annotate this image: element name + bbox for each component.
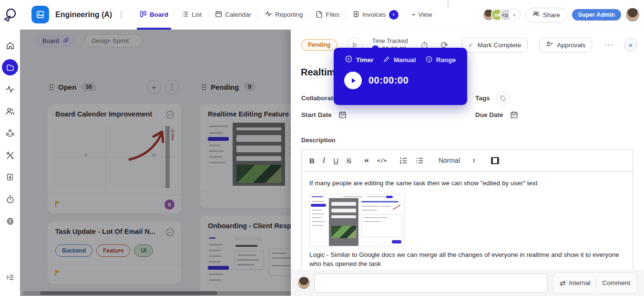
tab-reporting[interactable]: Reporting: [258, 0, 310, 30]
divider: [596, 278, 596, 288]
people-icon: [532, 11, 540, 19]
start-date-label: Start Date: [301, 111, 332, 118]
mark-complete-button[interactable]: ✓ Mark Complete: [462, 38, 528, 53]
sidebar-collapse-icon[interactable]: [0, 266, 20, 288]
app-root: Engineering (A) ⋮ Board List Calendar Re…: [0, 0, 644, 296]
flag-icon[interactable]: [54, 200, 62, 210]
status-badge[interactable]: Pending: [301, 39, 337, 51]
ordered-list-icon[interactable]: [399, 157, 408, 164]
drag-handle-icon[interactable]: [202, 84, 206, 90]
column-count-badge: 36: [81, 83, 96, 91]
time-tracking-popover: Timer Manual Range 00:00:00: [334, 48, 467, 105]
due-date-calendar-icon[interactable]: [510, 111, 518, 119]
board-filter-chip[interactable]: Board: [36, 34, 75, 47]
tab-board[interactable]: Board: [133, 0, 175, 30]
tab-files[interactable]: Files: [309, 0, 346, 30]
view-tabs: Board List Calendar Reporting Files Invo…: [133, 0, 460, 30]
app-logo-icon: [3, 8, 17, 22]
description-paragraph: If many people are editing the same task…: [309, 179, 625, 188]
commenter-avatar: [298, 277, 310, 289]
strikethrough-icon[interactable]: S: [347, 157, 351, 165]
paperclip-icon: [62, 37, 69, 45]
manual-tab[interactable]: Manual: [383, 56, 416, 64]
card-thumbnail-calendar: 9 10 11 Ove: [53, 126, 175, 188]
workspace-icon[interactable]: [31, 6, 49, 23]
comment-submit-button[interactable]: Comment: [602, 279, 630, 286]
comment-actions: ⇄ Internal Comment: [552, 273, 637, 294]
column-menu-icon[interactable]: ⋮: [165, 80, 179, 94]
underline-icon[interactable]: U: [333, 157, 338, 165]
blockquote-icon[interactable]: “: [364, 160, 369, 165]
internal-toggle[interactable]: ⇄ Internal: [560, 279, 591, 287]
bullet-list-icon[interactable]: [416, 157, 424, 164]
editor-toolbar: B I U S “ </> Normal ▲▼: [302, 149, 633, 172]
thumb-scrollbar: [165, 126, 170, 188]
sidebar-item-timer[interactable]: [0, 188, 20, 210]
code-icon[interactable]: </>: [377, 158, 387, 164]
add-card-button[interactable]: +: [147, 80, 161, 94]
board-search-input[interactable]: [85, 34, 142, 47]
drag-handle-icon[interactable]: [50, 84, 53, 90]
approver-icon: [546, 41, 553, 49]
tab-calendar[interactable]: Calendar: [208, 0, 258, 30]
comment-input[interactable]: [314, 274, 548, 293]
plus-icon: +: [412, 11, 416, 18]
pencil-icon: [383, 56, 390, 64]
flag-icon[interactable]: [54, 269, 62, 279]
board-hscrollbar-thumb[interactable]: [40, 291, 217, 295]
tag-backend[interactable]: Backend: [55, 244, 92, 257]
sidebar-item-users[interactable]: [0, 100, 20, 122]
share-button[interactable]: Share: [525, 8, 567, 22]
invoice-icon: [353, 11, 359, 19]
tag-feature[interactable]: Feature: [96, 244, 130, 257]
top-bar: Engineering (A) ⋮ Board List Calendar Re…: [20, 0, 644, 30]
sidebar-item-projects[interactable]: [0, 56, 20, 78]
sidebar-item-tools[interactable]: [0, 144, 20, 166]
due-date-label: Due Date: [475, 111, 503, 118]
pulse-icon: [265, 10, 272, 19]
check-circle-icon[interactable]: [165, 110, 174, 121]
user-avatar[interactable]: [626, 8, 639, 21]
column-open: Open 36 + ⋮ Board Calender Improvement: [48, 77, 181, 296]
comment-bar: ⇄ Internal Comment: [291, 270, 644, 296]
tab-add-view[interactable]: + View: [405, 0, 439, 30]
column-count-badge: 9: [244, 83, 256, 91]
timer-tab[interactable]: Timer: [345, 55, 374, 64]
timer-value: 00:00:00: [368, 75, 409, 86]
timer-start-button[interactable]: [344, 72, 362, 89]
description-screenshot[interactable]: [309, 194, 405, 246]
editor-content[interactable]: If many people are editing the same task…: [302, 172, 633, 275]
member-avatars[interactable]: SR +10 +: [482, 9, 521, 21]
description-label: Description: [301, 137, 336, 144]
card-task-update[interactable]: Task Update - Lot Of Email N... Backend …: [48, 222, 181, 284]
workspace-menu-icon[interactable]: ⋮: [118, 11, 125, 19]
approvals-button[interactable]: Approvals: [539, 38, 592, 53]
sidebar-item-reporting[interactable]: [0, 78, 20, 100]
add-tag-icon[interactable]: [497, 92, 510, 105]
add-member-button[interactable]: +: [508, 9, 521, 21]
clock-icon: [426, 56, 432, 64]
card-board-calendar[interactable]: Board Calender Improvement 9 10 11 Ove: [48, 104, 181, 214]
select-arrows-icon: ▲▼: [472, 158, 475, 163]
sidebar-item-settings[interactable]: [0, 210, 20, 232]
tab-list[interactable]: List: [175, 0, 208, 30]
tabs-overflow-icon[interactable]: ⋮: [444, 0, 452, 30]
column-open-header: Open 36 + ⋮: [48, 77, 181, 96]
tab-invoices[interactable]: Invoices ›: [346, 0, 405, 30]
start-date-calendar-icon[interactable]: [338, 111, 347, 119]
invoices-expand-icon[interactable]: ›: [389, 10, 399, 20]
sidebar-item-invoices[interactable]: [0, 166, 20, 188]
italic-icon[interactable]: I: [323, 156, 325, 165]
sidebar-item-home[interactable]: [0, 34, 20, 56]
assignee-avatar[interactable]: R: [164, 200, 174, 210]
super-admin-button[interactable]: Super Admin: [572, 9, 621, 21]
task-menu-icon[interactable]: ···: [604, 41, 613, 49]
paragraph-format-select[interactable]: Normal ▲▼: [439, 157, 476, 164]
range-tab[interactable]: Range: [426, 56, 456, 64]
sidebar-item-teams[interactable]: [0, 122, 20, 144]
insert-media-icon[interactable]: [491, 157, 499, 164]
bold-icon[interactable]: B: [309, 157, 315, 165]
check-circle-icon[interactable]: [165, 228, 174, 239]
close-icon[interactable]: ×: [624, 38, 637, 52]
tag-ui[interactable]: UI: [134, 244, 153, 257]
